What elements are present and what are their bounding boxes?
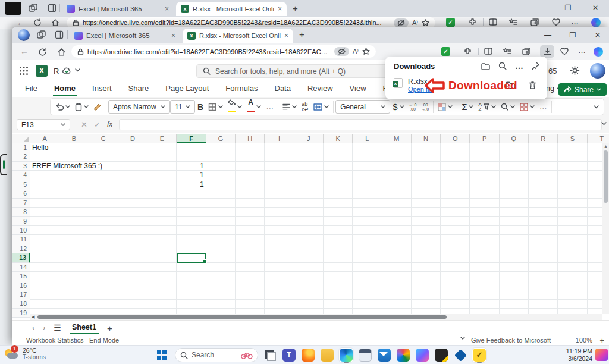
mail-icon[interactable] (377, 348, 391, 362)
tab-rxlsx-active[interactable]: x R.xlsx - Microsoft Excel Online × (183, 29, 293, 43)
refresh-icon[interactable] (38, 48, 47, 57)
row-header-6[interactable]: 6 (12, 189, 30, 198)
close-tab-icon[interactable]: × (171, 32, 175, 40)
home-icon[interactable] (57, 48, 66, 57)
close-tab-icon[interactable]: × (165, 5, 169, 13)
restore-button[interactable]: ❐ (564, 30, 582, 40)
expand-formula-bar-icon[interactable] (601, 122, 607, 125)
task-view-icon[interactable] (263, 348, 277, 362)
sort-filter-button[interactable]: AZ (476, 99, 498, 114)
column-header-h[interactable]: H (236, 134, 265, 143)
close-tab-icon[interactable]: × (278, 5, 282, 13)
back-icon[interactable]: ← (17, 18, 25, 27)
find-button[interactable] (498, 99, 517, 114)
next-sheet-icon[interactable]: › (43, 324, 45, 332)
decrease-decimal-button[interactable]: .00→.0 (419, 99, 431, 114)
browser-essentials-icon[interactable] (552, 18, 560, 26)
row-header-2[interactable]: 2 (12, 152, 30, 161)
hidden-eye-icon[interactable] (334, 47, 349, 56)
spreadsheet-grid[interactable]: ABCDEFGHIJKLMNOPQRST 1234567891011121314… (12, 134, 609, 320)
extension-icon[interactable] (464, 48, 472, 55)
format-painter-icon[interactable] (91, 99, 104, 114)
column-header-q[interactable]: Q (500, 134, 529, 143)
cell-styles-button[interactable] (517, 99, 537, 114)
cancel-entry-icon[interactable]: ✕ (81, 120, 87, 129)
visual-studio-icon[interactable] (453, 348, 467, 362)
row-header-4[interactable]: 4 (12, 171, 30, 180)
start-button[interactable] (157, 350, 167, 360)
zoom-out-icon[interactable]: — (562, 336, 570, 345)
hidden-eye-icon[interactable] (394, 18, 409, 27)
extension-check-icon[interactable]: ✓ (446, 18, 455, 27)
tab-excel-365[interactable]: Excel | Microsoft 365 × (70, 29, 180, 43)
read-aloud-icon[interactable]: A⁾ (412, 19, 418, 27)
row-header-18[interactable]: 18 (12, 299, 30, 308)
horizontal-scrollbar[interactable]: ◀ (30, 314, 602, 320)
paint-icon[interactable] (396, 348, 410, 362)
edge-icon[interactable] (339, 348, 353, 362)
column-header-l[interactable]: L (353, 134, 382, 143)
insert-function-icon[interactable]: fx (107, 120, 112, 128)
autosum-button[interactable]: Σ (459, 99, 476, 114)
new-tab-icon[interactable]: + (299, 29, 304, 39)
downloads-icon[interactable] (540, 45, 554, 58)
favorite-star-icon[interactable] (422, 19, 429, 27)
restore-button[interactable]: ❐ (559, 2, 577, 13)
drop-app-icon[interactable] (415, 348, 429, 362)
row-header-9[interactable]: 9 (12, 217, 30, 226)
number-format-select[interactable]: General (335, 100, 390, 114)
sheet-tab-sheet1[interactable]: Sheet1 (70, 321, 99, 334)
font-name-select[interactable]: Aptos Narrow ... (108, 100, 170, 114)
taskbar-weather-widget[interactable]: 1 26°C T-storms (4, 347, 46, 361)
column-header-s[interactable]: S (558, 134, 587, 143)
row-header-11[interactable]: 11 (12, 235, 30, 244)
ribbon-tab-insert[interactable]: Insert (91, 82, 113, 95)
refresh-icon[interactable] (33, 18, 42, 27)
add-tab-to-collection-icon[interactable] (522, 48, 530, 55)
row-header-13[interactable]: 13 (12, 253, 30, 262)
column-header-c[interactable]: C (89, 134, 118, 143)
profile-avatar[interactable] (18, 29, 30, 41)
ribbon-tab-file[interactable]: File (24, 82, 39, 95)
calculator-icon[interactable] (358, 348, 372, 362)
share-button[interactable]: Share (558, 83, 607, 96)
row-header-19[interactable]: 19 (12, 309, 30, 318)
cell-f4[interactable]: 1 (177, 171, 204, 180)
close-button[interactable]: ✕ (589, 30, 607, 40)
alignment-button[interactable] (280, 99, 299, 114)
row-header-7[interactable]: 7 (12, 199, 30, 208)
app-launcher-icon[interactable] (19, 66, 29, 76)
collections-icon[interactable] (509, 18, 517, 26)
downloads-more-icon[interactable]: … (515, 61, 523, 71)
workbook-statistics-button[interactable]: Workbook Statistics (26, 337, 83, 344)
tray-app-icon[interactable] (595, 349, 608, 361)
file-name[interactable]: R (54, 67, 59, 76)
cell-f3[interactable]: 1 (177, 162, 204, 171)
taskbar-search[interactable]: Search (175, 348, 258, 362)
select-all-corner[interactable] (12, 134, 30, 143)
minimize-button[interactable]: — (529, 2, 547, 13)
merge-center-button[interactable] (311, 99, 331, 114)
ribbon-tab-data[interactable]: Data (274, 82, 292, 95)
ribbon-tab-review[interactable]: Review (306, 82, 334, 95)
close-button[interactable]: ✕ (586, 2, 604, 13)
back-tab-excel-365[interactable]: Excel | Microsoft 365 × (62, 2, 174, 16)
column-header-g[interactable]: G (206, 134, 236, 143)
undo-button[interactable] (53, 99, 73, 114)
chevron-down-icon[interactable] (75, 68, 80, 72)
column-header-e[interactable]: E (147, 134, 177, 143)
tab-actions-icon[interactable] (55, 30, 64, 39)
column-header-p[interactable]: P (470, 134, 499, 143)
extension-icon[interactable] (469, 18, 476, 26)
scroll-left-icon[interactable]: ◀ (32, 315, 34, 319)
row-header-8[interactable]: 8 (12, 208, 30, 216)
row-header-16[interactable]: 16 (12, 281, 30, 290)
cell-a1[interactable]: Hello (30, 143, 48, 152)
status-chevron-icon[interactable] (460, 337, 465, 340)
home-icon[interactable] (51, 18, 59, 27)
extension-check-icon[interactable]: ✓ (441, 47, 450, 56)
add-sheet-icon[interactable]: + (107, 323, 112, 333)
new-tab-icon[interactable]: + (293, 3, 298, 13)
row-header-1[interactable]: 1 (12, 143, 30, 152)
conditional-format-button[interactable] (435, 99, 455, 114)
